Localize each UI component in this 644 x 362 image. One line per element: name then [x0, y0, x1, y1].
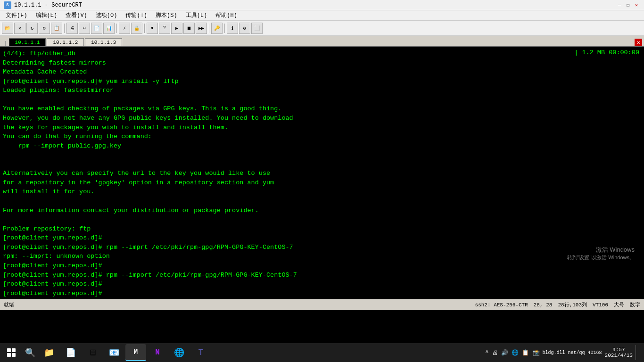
show-desktop-button[interactable] [636, 345, 638, 360]
close-button[interactable]: ✕ [633, 1, 640, 9]
tray-icons: ^ 🖨 🔊 🌐 📋 📸 [485, 349, 539, 356]
clock-time: 9:57 [605, 347, 633, 353]
toolbar-btn13[interactable]: ⏹ [183, 23, 195, 34]
menu-help[interactable]: 帮助(H) [212, 10, 241, 20]
tab-1013[interactable]: 10.1.1.3 [85, 38, 122, 46]
taskbar-search[interactable]: 🔍 [23, 344, 38, 361]
status-terminal: VT100 [593, 302, 608, 308]
status-size: 大号 [614, 301, 624, 308]
terminal-transfer-status: | 1.2 MB 00:00:00 [574, 49, 639, 56]
toolbar-settings2[interactable]: ⚙ [239, 23, 250, 34]
maximize-button[interactable]: ❐ [624, 1, 632, 9]
toolbar-info[interactable]: ℹ [227, 23, 238, 34]
taskbar-chrome[interactable]: 🌐 [169, 344, 190, 361]
toolbar-btn8[interactable]: 📊 [103, 23, 115, 34]
tab-1011[interactable]: 10.1.1.1 [9, 38, 46, 46]
minimize-button[interactable]: — [616, 1, 623, 9]
taskbar-display[interactable]: 🖥 [82, 344, 103, 361]
menu-view[interactable]: 查看(V) [62, 10, 91, 20]
tab-bar: | 10.1.1.1 10.1.1.2 10.1.1.3 ✕ [0, 36, 644, 47]
toolbar-btn4[interactable]: 📋 [51, 23, 62, 34]
status-position: 28, 28 [534, 302, 553, 308]
taskbar-onenote[interactable]: N [147, 344, 168, 361]
toolbar-disconnect[interactable]: ✕ [14, 23, 25, 34]
tray-extra-icons: bldg.dll net/qq 40168 [543, 350, 602, 355]
toolbar-reconnect[interactable]: ↻ [26, 23, 38, 34]
title-text: 10.1.1.1 - SecureCRT [14, 2, 82, 8]
toolbar-separator-5 [224, 24, 225, 33]
toolbar-separator-4 [209, 24, 209, 33]
toolbar-connect[interactable]: 📂 [2, 23, 13, 34]
menu-edit[interactable]: 编辑(E) [32, 10, 61, 20]
windows-logo [7, 348, 16, 357]
window-controls: — ❐ ✕ [616, 1, 640, 9]
system-clock[interactable]: 9:57 2021/4/13 [605, 347, 633, 358]
menu-script[interactable]: 脚本(S) [152, 10, 181, 20]
toolbar-btn12[interactable]: ▶ [171, 23, 182, 34]
toolbar-help[interactable]: ? [159, 23, 170, 34]
title-bar: S 10.1.1.1 - SecureCRT — ❐ ✕ [0, 0, 644, 10]
status-mode: 数字 [630, 301, 640, 308]
menu-transfer[interactable]: 传输(T) [122, 10, 151, 20]
taskbar-system-tray: ^ 🖨 🔊 🌐 📋 📸 bldg.dll net/qq 40168 9:57 2… [481, 345, 642, 360]
toolbar-btn14[interactable]: ▶▶ [196, 23, 207, 34]
toolbar-btn7[interactable]: 📄 [91, 23, 102, 34]
status-ready: 就绪 [4, 301, 14, 308]
toolbar-btn3[interactable]: ⚙ [39, 23, 50, 34]
windows-taskbar: 🔍 📁 📄 🖥 📧 M N 🌐 T ^ 🖨 🔊 🌐 📋 📸 bldg.dll n… [0, 343, 644, 362]
toolbar-separator-3 [144, 24, 145, 33]
terminal-output: (4/4): ftp/other_db Determining fastest … [3, 49, 641, 299]
clock-date: 2021/4/13 [605, 353, 633, 358]
toolbar-btn9[interactable]: ⚡ [119, 23, 130, 34]
toolbar-empty[interactable]: ⬜ [251, 23, 263, 34]
taskbar-apps: 🔍 📁 📄 🖥 📧 M N 🌐 T [21, 344, 481, 361]
taskbar-mail[interactable]: 📧 [104, 344, 124, 361]
toolbar-separator-1 [64, 24, 65, 33]
toolbar-btn11[interactable]: ● [147, 23, 158, 34]
taskbar-teams[interactable]: T [190, 344, 211, 361]
taskbar-word[interactable]: 📄 [60, 344, 81, 361]
tab-1012[interactable]: 10.1.1.2 [47, 38, 84, 46]
start-button[interactable] [2, 343, 21, 362]
status-bar: 就绪 ssh2: AES-256-CTR 28, 28 28行,103列 VT1… [0, 299, 644, 310]
toolbar-btn6[interactable]: ✂ [79, 23, 90, 34]
tab-close-button[interactable]: ✕ [635, 39, 642, 46]
status-session: ssh2: AES-256-CTR [475, 302, 528, 308]
status-rowscols: 28行,103列 [558, 301, 587, 308]
menu-bar: 文件(F) 编辑(E) 查看(V) 选项(O) 传输(T) 脚本(S) 工具(L… [0, 10, 644, 21]
toolbar-btn10[interactable]: 🔒 [131, 23, 142, 34]
terminal-window[interactable]: | 1.2 MB 00:00:00 (4/4): ftp/other_db De… [0, 47, 644, 299]
menu-options[interactable]: 选项(O) [92, 10, 121, 20]
toolbar: 📂 ✕ ↻ ⚙ 📋 🖨 ✂ 📄 📊 ⚡ 🔒 ● ? ▶ ⏹ ▶▶ 🔑 ℹ ⚙ ⬜ [0, 21, 644, 36]
toolbar-logkey[interactable]: 🔑 [211, 23, 223, 34]
toolbar-btn5[interactable]: 🖨 [66, 23, 78, 34]
app-icon: S [4, 1, 11, 9]
menu-tools[interactable]: 工具(L) [182, 10, 211, 20]
toolbar-separator-2 [116, 24, 117, 33]
menu-file[interactable]: 文件(F) [2, 10, 31, 20]
taskbar-file-explorer[interactable]: 📁 [39, 344, 59, 361]
taskbar-securecrt[interactable]: M [125, 344, 146, 361]
